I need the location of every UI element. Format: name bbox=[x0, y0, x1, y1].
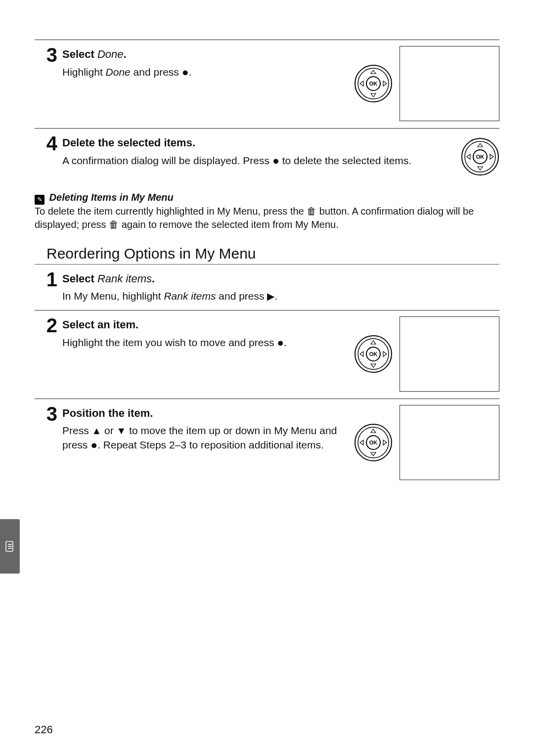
ok-dot-icon: ● bbox=[182, 66, 189, 79]
note-text: To delete the item currently highlighted… bbox=[35, 206, 307, 217]
ok-dot-icon: ● bbox=[272, 154, 279, 167]
desc-text: Highlight the item you wish to move and … bbox=[62, 337, 277, 348]
note-heading: Deleting Items in My Menu bbox=[49, 192, 174, 203]
title-italic: Rank items bbox=[97, 272, 152, 285]
step-body: Position the item. Press ▲ or ▼ to move … bbox=[62, 404, 354, 453]
desc-text: . Repeat Steps 2–3 to reposition additio… bbox=[97, 439, 324, 450]
desc-text: A confirmation dialog will be displayed.… bbox=[62, 155, 272, 166]
desc-italic: Done bbox=[106, 66, 131, 78]
step-number: 3 bbox=[35, 404, 62, 424]
step-number: 1 bbox=[35, 269, 62, 289]
svg-marker-12 bbox=[478, 167, 483, 170]
svg-text:OK: OK bbox=[476, 154, 485, 160]
note-heading-line: ✎ Deleting Items in My Menu bbox=[35, 191, 499, 205]
svg-marker-27 bbox=[371, 429, 376, 433]
step-3-position-item: 3 Position the item. Press ▲ or ▼ to mov… bbox=[35, 399, 499, 487]
step-title: Select an item. bbox=[62, 318, 354, 331]
note-text: again to remove the selected item from M… bbox=[119, 219, 339, 230]
title-suffix: . bbox=[152, 272, 155, 285]
right-triangle-icon: ▶ bbox=[267, 291, 274, 302]
svg-marker-13 bbox=[467, 154, 470, 159]
svg-marker-19 bbox=[371, 341, 376, 344]
up-triangle-icon: ▲ bbox=[92, 425, 102, 436]
title-suffix: . bbox=[124, 48, 127, 60]
trash-icon: 🗑 bbox=[307, 206, 316, 217]
trash-icon: 🗑 bbox=[109, 219, 119, 230]
step-illustration-group: OK bbox=[354, 404, 499, 480]
desc-text: . bbox=[284, 337, 287, 348]
step-3-select-done: 3 Select Done. Highlight Done and press … bbox=[35, 40, 499, 128]
step-description: In My Menu, highlight Rank items and pre… bbox=[62, 289, 499, 303]
desc-text: In My Menu, highlight bbox=[62, 290, 164, 302]
step-title: Select Rank items. bbox=[62, 272, 499, 285]
svg-marker-11 bbox=[478, 143, 483, 147]
step-number: 4 bbox=[35, 133, 62, 153]
note-body: To delete the item currently highlighted… bbox=[35, 205, 499, 231]
side-tab-icon bbox=[0, 519, 20, 574]
desc-text: and press bbox=[216, 290, 267, 302]
svg-marker-3 bbox=[371, 70, 376, 74]
note-deleting-items: ✎ Deleting Items in My Menu To delete th… bbox=[35, 186, 499, 234]
section-title-reordering: Reordering Options in My Menu bbox=[46, 245, 499, 262]
step-illustration-group: OK bbox=[461, 133, 499, 179]
svg-marker-28 bbox=[371, 452, 376, 456]
step-description: Highlight Done and press ●. bbox=[62, 65, 354, 80]
step-number: 2 bbox=[35, 315, 62, 335]
page-number: 226 bbox=[35, 723, 53, 736]
desc-text: Highlight bbox=[62, 66, 106, 78]
desc-text: Press bbox=[62, 425, 92, 436]
step-1-select-rank-items: 1 Select Rank items. In My Menu, highlig… bbox=[35, 265, 499, 310]
ok-dot-icon: ● bbox=[277, 336, 284, 349]
step-illustration-group: OK bbox=[354, 315, 499, 392]
title-strong: Select bbox=[62, 48, 94, 60]
desc-text: . bbox=[189, 66, 192, 78]
desc-text: . bbox=[274, 290, 277, 302]
svg-marker-30 bbox=[383, 440, 387, 445]
svg-marker-5 bbox=[360, 81, 363, 86]
dpad-ok-icon: OK bbox=[354, 64, 393, 103]
desc-italic: Rank items bbox=[164, 290, 216, 302]
desc-text: or bbox=[101, 425, 116, 436]
step-description: A confirmation dialog will be displayed.… bbox=[62, 153, 461, 169]
note-pencil-icon: ✎ bbox=[35, 195, 44, 205]
svg-marker-22 bbox=[383, 352, 387, 356]
down-triangle-icon: ▼ bbox=[117, 425, 127, 436]
step-description: Highlight the item you wish to move and … bbox=[62, 335, 354, 351]
step-2-select-item: 2 Select an item. Highlight the item you… bbox=[35, 311, 499, 399]
step-title: Position the item. bbox=[62, 407, 354, 420]
svg-marker-14 bbox=[490, 154, 493, 159]
screen-placeholder bbox=[400, 316, 499, 392]
screen-placeholder bbox=[400, 405, 499, 480]
svg-marker-20 bbox=[371, 364, 376, 367]
step-body: Select Rank items. In My Menu, highlight… bbox=[62, 269, 499, 303]
step-body: Select an item. Highlight the item you w… bbox=[62, 315, 354, 351]
title-strong: Select bbox=[62, 272, 94, 285]
desc-text: and press bbox=[131, 66, 182, 78]
svg-marker-4 bbox=[371, 93, 376, 97]
ok-dot-icon: ● bbox=[90, 439, 97, 451]
desc-text: to delete the selected items. bbox=[279, 155, 411, 166]
dpad-ok-icon: OK bbox=[354, 423, 393, 462]
svg-marker-21 bbox=[360, 352, 363, 356]
dpad-ok-icon: OK bbox=[354, 335, 393, 373]
step-number: 3 bbox=[35, 45, 62, 65]
step-description: Press ▲ or ▼ to move the item up or down… bbox=[62, 424, 354, 453]
dpad-ok-icon: OK bbox=[461, 137, 499, 176]
svg-text:OK: OK bbox=[369, 440, 378, 445]
title-italic: Done bbox=[97, 48, 124, 60]
step-title: Select Done. bbox=[62, 48, 354, 61]
dpad-ok-label: OK bbox=[369, 81, 378, 87]
step-body: Select Done. Highlight Done and press ●. bbox=[62, 45, 354, 80]
step-4-delete-selected: 4 Delete the selected items. A confirmat… bbox=[35, 129, 499, 186]
step-body: Delete the selected items. A confirmatio… bbox=[62, 133, 461, 169]
svg-text:OK: OK bbox=[369, 351, 378, 357]
step-title: Delete the selected items. bbox=[62, 136, 461, 149]
screen-placeholder bbox=[400, 46, 499, 121]
step-illustration-group: OK bbox=[354, 45, 499, 121]
manual-page: 3 Select Done. Highlight Done and press … bbox=[0, 0, 534, 756]
svg-marker-6 bbox=[383, 81, 387, 86]
svg-marker-29 bbox=[360, 440, 363, 445]
